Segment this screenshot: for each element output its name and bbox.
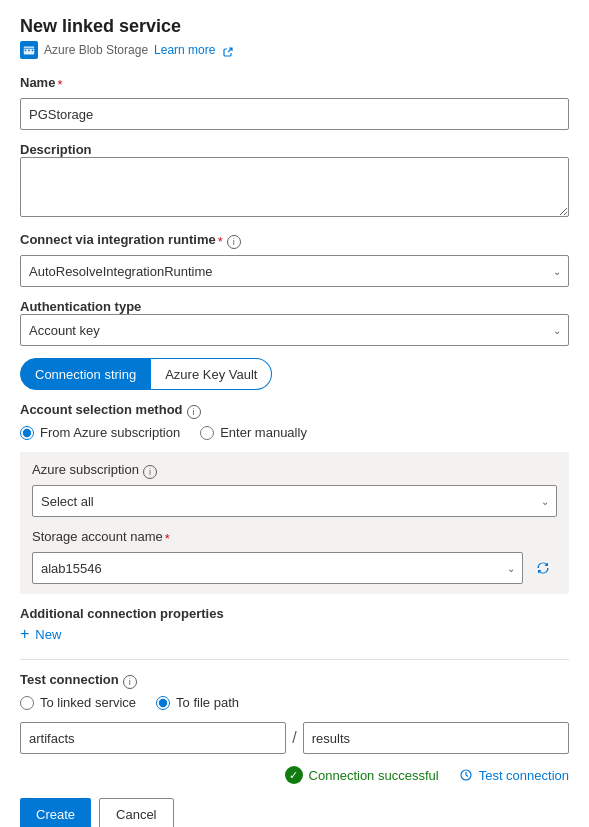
page-title: New linked service [20, 16, 569, 37]
subtitle-row: Azure Blob Storage Learn more [20, 41, 569, 59]
new-btn-label: New [35, 627, 61, 642]
account-info-icon[interactable]: i [187, 405, 201, 419]
account-selection-label: Account selection method [20, 402, 183, 417]
storage-name-label: Storage account name [32, 529, 163, 544]
description-textarea[interactable] [20, 157, 569, 217]
svg-point-3 [32, 50, 34, 52]
file-path-row: / [20, 722, 569, 754]
storage-name-row: alab15546 ⌄ [32, 552, 557, 584]
subscription-section: Azure subscription i Select all ⌄ Storag… [20, 452, 569, 594]
tab-group: Connection string Azure Key Vault [20, 358, 569, 390]
runtime-select-wrapper: AutoResolveIntegrationRuntime ⌄ [20, 255, 569, 287]
radio-to-filepath[interactable]: To file path [156, 695, 239, 710]
learn-more-link[interactable]: Learn more [154, 43, 215, 57]
success-label: Connection successful [309, 768, 439, 783]
subtitle-text: Azure Blob Storage [44, 43, 148, 57]
cancel-button[interactable]: Cancel [99, 798, 173, 827]
azure-sub-label: Azure subscription [32, 462, 139, 477]
storage-name-group: Storage account name * alab15546 ⌄ [32, 529, 557, 584]
additional-props-label: Additional connection properties [20, 606, 224, 621]
auth-select[interactable]: Account key [20, 314, 569, 346]
name-required: * [57, 77, 62, 92]
radio-enter-manually[interactable]: Enter manually [200, 425, 307, 440]
account-selection-group: Account selection method i From Azure su… [20, 402, 569, 440]
test-conn-info-icon[interactable]: i [123, 675, 137, 689]
test-conn-group: Test connection i To linked service To f… [20, 672, 569, 710]
radio-linked-service[interactable]: To linked service [20, 695, 136, 710]
external-link-icon [223, 45, 233, 55]
storage-name-select-wrapper: alab15546 ⌄ [32, 552, 523, 584]
name-field-group: Name * [20, 75, 569, 130]
connection-success-status: ✓ Connection successful [285, 766, 439, 784]
account-radio-group: From Azure subscription Enter manually [20, 425, 569, 440]
radio-linked-input[interactable] [20, 696, 34, 710]
refresh-button[interactable] [529, 554, 557, 582]
test-conn-icon [459, 768, 473, 782]
radio-filepath-input[interactable] [156, 696, 170, 710]
add-new-button[interactable]: + New [20, 621, 61, 647]
success-check-icon: ✓ [285, 766, 303, 784]
test-radio-group: To linked service To file path [20, 695, 569, 710]
blob-storage-icon [20, 41, 38, 59]
footer-buttons: Create Cancel [20, 798, 569, 827]
radio-azure-input[interactable] [20, 426, 34, 440]
azure-sub-select[interactable]: Select all [32, 485, 557, 517]
test-conn-label: Test connection [20, 672, 119, 687]
divider-1 [20, 659, 569, 660]
radio-azure-label: From Azure subscription [40, 425, 180, 440]
runtime-label: Connect via integration runtime [20, 232, 216, 247]
auth-field-group: Authentication type Account key ⌄ [20, 299, 569, 346]
create-button[interactable]: Create [20, 798, 91, 827]
filepath-input-1[interactable] [20, 722, 286, 754]
runtime-field-group: Connect via integration runtime * i Auto… [20, 232, 569, 287]
auth-select-wrapper: Account key ⌄ [20, 314, 569, 346]
description-label: Description [20, 142, 92, 157]
azure-key-vault-tab[interactable]: Azure Key Vault [151, 358, 272, 390]
connection-string-tab[interactable]: Connection string [20, 358, 151, 390]
storage-name-select[interactable]: alab15546 [32, 552, 523, 584]
filepath-input-2[interactable] [303, 722, 569, 754]
azure-sub-info-icon[interactable]: i [143, 465, 157, 479]
test-conn-btn-label: Test connection [479, 768, 569, 783]
azure-sub-select-wrapper: Select all ⌄ [32, 485, 557, 517]
status-row: ✓ Connection successful Test connection [20, 766, 569, 784]
svg-point-2 [28, 50, 30, 52]
filepath-slash: / [292, 729, 296, 747]
runtime-select[interactable]: AutoResolveIntegrationRuntime [20, 255, 569, 287]
radio-manual-input[interactable] [200, 426, 214, 440]
additional-props-group: Additional connection properties + New [20, 606, 569, 647]
radio-filepath-label: To file path [176, 695, 239, 710]
plus-icon: + [20, 625, 29, 643]
radio-manual-label: Enter manually [220, 425, 307, 440]
storage-name-required: * [165, 531, 170, 546]
description-field-group: Description [20, 142, 569, 220]
name-input[interactable] [20, 98, 569, 130]
runtime-required: * [218, 234, 223, 249]
svg-point-1 [25, 50, 27, 52]
name-label: Name [20, 75, 55, 90]
auth-label: Authentication type [20, 299, 141, 314]
radio-azure-subscription[interactable]: From Azure subscription [20, 425, 180, 440]
azure-sub-group: Azure subscription i Select all ⌄ [32, 462, 557, 517]
runtime-info-icon[interactable]: i [227, 235, 241, 249]
test-connection-button[interactable]: Test connection [459, 768, 569, 783]
radio-linked-label: To linked service [40, 695, 136, 710]
